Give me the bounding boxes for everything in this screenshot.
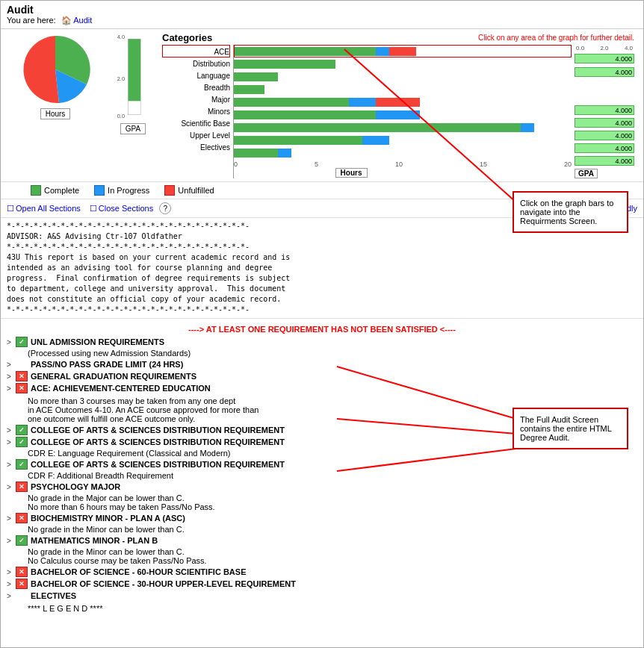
req-arrow[interactable]: >: [7, 592, 16, 600]
req-arrow[interactable]: >: [7, 373, 16, 381]
bar-labels: ACE Distribution Language Breadth Major …: [162, 45, 233, 178]
req-empty-icon: [16, 359, 28, 370]
req-item: > ✕ GENERAL GRADUATION REQUIREMENTS: [7, 371, 637, 381]
req-x-icon: ✕: [16, 579, 28, 589]
req-x-icon: ✕: [16, 567, 28, 577]
req-arrow[interactable]: >: [7, 438, 16, 446]
audit-text: *-*-*-*-*-*-*-*-*-*-*-*-*-*-*-*-*-*-*-*-…: [1, 218, 643, 319]
req-check-icon: ✓: [16, 535, 28, 546]
req-item: > PASS/NO PASS GRADE LIMIT (24 HRS): [7, 359, 637, 370]
req-subtext: No grade in the Minor can be lower than …: [28, 525, 637, 534]
page-title: Audit: [7, 4, 637, 16]
req-item: > ✕ BIOCHEMISTRY MINOR - PLAN A (ASC): [7, 513, 637, 523]
gpa-bar-container: 4.0 2.0 0.0 GPA: [107, 32, 159, 134]
legend-inprogress-label: In Progress: [108, 186, 149, 195]
req-x-icon: ✕: [16, 371, 28, 381]
req-item: > ✕ PSYCHOLOGY MAJOR: [7, 482, 637, 492]
legend-complete-swatch: [31, 185, 41, 196]
legend-unfulfilled-label: Unfulfilled: [178, 186, 214, 195]
legend-complete-label: Complete: [44, 186, 79, 195]
req-arrow[interactable]: >: [7, 483, 16, 491]
req-item: > ✓ MATHEMATICS MINOR - PLAN B: [7, 535, 637, 546]
req-arrow[interactable]: >: [7, 580, 16, 588]
req-text: BACHELOR OF SCIENCE - 30-HOUR UPPER-LEVE…: [31, 579, 296, 588]
categories-hint: Click on any area of the graph for furth…: [478, 34, 634, 42]
categories-section: Categories Click on any area of the grap…: [159, 32, 637, 178]
breadcrumb: You are here: 🏠 Audit: [7, 16, 637, 25]
req-text: GENERAL GRADUATION REQUIREMENTS: [31, 372, 196, 381]
req-check-icon: ✓: [16, 425, 28, 435]
tooltip-full-audit: The Full Audit Screen contains the entir…: [513, 408, 628, 449]
req-subtext: CDR E: Language Requirement (Classical a…: [28, 449, 637, 458]
req-text: BACHELOR OF SCIENCE - 60-HOUR SCIENTIFIC…: [31, 567, 246, 576]
legend-unfulfilled-swatch: [164, 185, 175, 196]
req-item: > ELECTIVES: [7, 591, 637, 601]
req-x-icon: ✕: [16, 482, 28, 492]
pie-chart[interactable]: [18, 32, 93, 107]
gpa-axis-label: GPA: [575, 169, 598, 178]
req-text: MATHEMATICS MINOR - PLAN B: [31, 536, 158, 545]
req-arrow[interactable]: >: [7, 426, 16, 434]
svg-text:0.0: 0.0: [117, 113, 125, 119]
req-subtext: No grade in the Major can be lower than …: [28, 493, 637, 502]
categories-title: Categories: [162, 32, 212, 43]
close-all-sections-link[interactable]: Close Sections: [99, 204, 153, 213]
req-text: PSYCHOLOGY MAJOR: [31, 482, 120, 491]
bars-area[interactable]: 05101520 Hours: [233, 45, 572, 178]
req-check-icon: ✓: [16, 437, 28, 447]
req-arrow[interactable]: >: [7, 461, 16, 469]
req-arrow[interactable]: >: [7, 361, 16, 369]
req-arrow[interactable]: >: [7, 568, 16, 576]
req-legend: **** L E G E N D ****: [28, 604, 637, 613]
gpa-mini-chart[interactable]: 4.0 2.0 0.0: [114, 32, 152, 122]
req-subtext: No more than 3 courses may be taken from…: [28, 396, 637, 405]
hours-label: Hours: [40, 108, 71, 119]
req-item: > ✓ COLLEGE OF ARTS & SCIENCES DISTRIBUT…: [7, 459, 637, 470]
req-arrow[interactable]: >: [7, 514, 16, 523]
req-text: COLLEGE OF ARTS & SCIENCES DISTRIBUTION …: [31, 460, 285, 469]
svg-text:2.0: 2.0: [117, 75, 125, 82]
req-subtext: No Calculus course may be taken Pass/No …: [28, 556, 637, 565]
gpa-label: GPA: [120, 123, 146, 134]
req-text: BIOCHEMISTRY MINOR - PLAN A (ASC): [31, 514, 185, 523]
req-subtext: (Processed using new Admission Standards…: [28, 349, 637, 358]
req-x-icon: ✕: [16, 383, 28, 393]
req-empty-icon: [16, 591, 28, 601]
breadcrumb-link[interactable]: Audit: [73, 16, 92, 25]
req-text: UNL ADMISSION REQUIREMENTS: [31, 337, 164, 346]
req-item: > ✕ ACE: ACHIEVEMENT-CENTERED EDUCATION: [7, 383, 637, 393]
req-warning: ----> AT LEAST ONE REQUIREMENT HAS NOT B…: [7, 325, 637, 334]
svg-text:4.0: 4.0: [117, 34, 125, 40]
req-arrow[interactable]: >: [7, 338, 16, 346]
req-item: > ✓ UNL ADMISSION REQUIREMENTS: [7, 337, 637, 347]
req-text: ELECTIVES: [31, 591, 76, 600]
req-subtext: No grade in the Minor can be lower than …: [28, 547, 637, 556]
req-arrow[interactable]: >: [7, 537, 16, 545]
req-text: ACE: ACHIEVEMENT-CENTERED EDUCATION: [31, 384, 211, 393]
req-text: PASS/NO PASS GRADE LIMIT (24 HRS): [31, 360, 183, 369]
req-text: COLLEGE OF ARTS & SCIENCES DISTRIBUTION …: [31, 437, 285, 446]
req-x-icon: ✕: [16, 513, 28, 523]
req-check-icon: ✓: [16, 337, 28, 347]
hours-axis-label: Hours: [335, 168, 368, 178]
requirements-section: ----> AT LEAST ONE REQUIREMENT HAS NOT B…: [1, 319, 643, 616]
req-item: > ✕ BACHELOR OF SCIENCE - 60-HOUR SCIENT…: [7, 567, 637, 577]
pie-chart-container: Hours: [7, 32, 104, 119]
req-item: > ✕ BACHELOR OF SCIENCE - 30-HOUR UPPER-…: [7, 579, 637, 589]
gpa-values-right: 0.02.04.0 4.000 4.000: [575, 45, 634, 178]
svg-rect-4: [129, 39, 141, 101]
req-check-icon: ✓: [16, 459, 28, 470]
req-text: COLLEGE OF ARTS & SCIENCES DISTRIBUTION …: [31, 426, 285, 434]
req-arrow[interactable]: >: [7, 384, 16, 393]
legend-inprogress-swatch: [94, 185, 105, 196]
req-subtext: CDR F: Additional Breadth Requirement: [28, 471, 637, 480]
req-subtext: No more than 6 hours may be taken Pass/N…: [28, 502, 637, 511]
open-all-sections-link[interactable]: Open All Sections: [16, 204, 81, 213]
help-icon[interactable]: ?: [159, 202, 171, 214]
tooltip-graph-bars: Click on the graph bars to navigate into…: [513, 191, 628, 233]
